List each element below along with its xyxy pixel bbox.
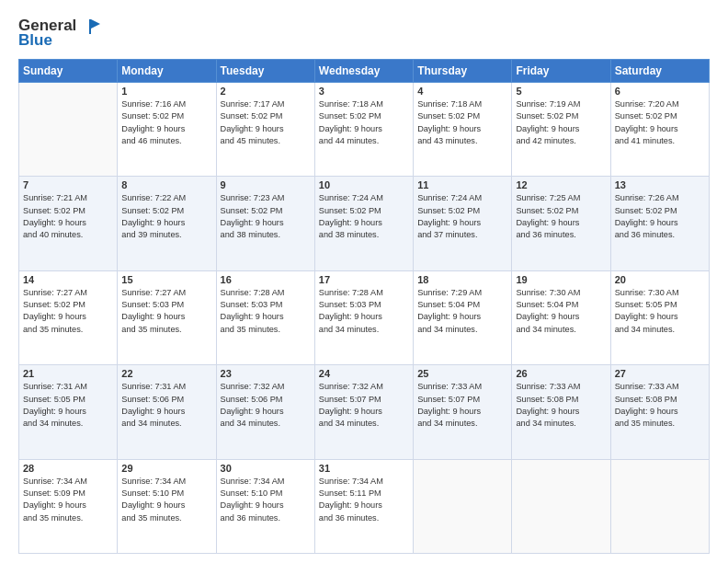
cell-content: Sunrise: 7:30 AMSunset: 5:04 PMDaylight:… [516, 287, 606, 336]
weekday-header-tuesday: Tuesday [216, 60, 314, 83]
day-number: 9 [221, 179, 311, 190]
week-row-3: 14Sunrise: 7:27 AMSunset: 5:02 PMDayligh… [19, 270, 710, 364]
weekday-header-wednesday: Wednesday [314, 60, 413, 83]
calendar-cell: 24Sunrise: 7:32 AMSunset: 5:07 PMDayligh… [314, 365, 413, 459]
cell-content: Sunrise: 7:32 AMSunset: 5:07 PMDaylight:… [319, 381, 409, 430]
calendar-cell: 27Sunrise: 7:33 AMSunset: 5:08 PMDayligh… [610, 365, 709, 459]
day-number: 19 [516, 274, 606, 285]
cell-content: Sunrise: 7:28 AMSunset: 5:03 PMDaylight:… [319, 287, 409, 336]
cell-content: Sunrise: 7:22 AMSunset: 5:02 PMDaylight:… [121, 192, 211, 241]
day-number: 29 [121, 463, 211, 474]
day-number: 13 [615, 179, 705, 190]
svg-rect-0 [89, 19, 91, 34]
day-number: 3 [319, 86, 409, 97]
cell-content: Sunrise: 7:34 AMSunset: 5:11 PMDaylight:… [319, 476, 409, 524]
calendar-table: SundayMondayTuesdayWednesdayThursdayFrid… [18, 59, 710, 554]
calendar-cell: 23Sunrise: 7:32 AMSunset: 5:06 PMDayligh… [216, 365, 314, 459]
day-number: 16 [221, 274, 311, 285]
cell-content: Sunrise: 7:23 AMSunset: 5:02 PMDaylight:… [221, 192, 311, 241]
day-number: 21 [23, 368, 113, 379]
cell-content: Sunrise: 7:34 AMSunset: 5:10 PMDaylight:… [221, 476, 311, 524]
calendar-cell [610, 459, 709, 553]
calendar-cell: 21Sunrise: 7:31 AMSunset: 5:05 PMDayligh… [19, 365, 118, 459]
day-number: 30 [221, 463, 311, 474]
calendar-cell: 8Sunrise: 7:22 AMSunset: 5:02 PMDaylight… [118, 177, 216, 270]
calendar-cell: 19Sunrise: 7:30 AMSunset: 5:04 PMDayligh… [512, 270, 610, 364]
calendar-cell [19, 83, 118, 177]
cell-content: Sunrise: 7:29 AMSunset: 5:04 PMDaylight:… [417, 287, 507, 336]
day-number: 17 [319, 274, 409, 285]
day-number: 23 [221, 368, 311, 379]
calendar-cell: 20Sunrise: 7:30 AMSunset: 5:05 PMDayligh… [610, 270, 709, 364]
calendar-cell: 12Sunrise: 7:25 AMSunset: 5:02 PMDayligh… [512, 177, 610, 270]
day-number: 11 [417, 179, 507, 190]
cell-content: Sunrise: 7:34 AMSunset: 5:09 PMDaylight:… [23, 476, 113, 524]
calendar-cell: 5Sunrise: 7:19 AMSunset: 5:02 PMDaylight… [512, 83, 610, 177]
cell-content: Sunrise: 7:27 AMSunset: 5:03 PMDaylight:… [121, 287, 211, 336]
cell-content: Sunrise: 7:20 AMSunset: 5:02 PMDaylight:… [615, 98, 705, 147]
calendar-cell: 29Sunrise: 7:34 AMSunset: 5:10 PMDayligh… [118, 459, 216, 553]
cell-content: Sunrise: 7:17 AMSunset: 5:02 PMDaylight:… [221, 98, 311, 147]
weekday-header-row: SundayMondayTuesdayWednesdayThursdayFrid… [19, 60, 710, 83]
day-number: 31 [319, 463, 409, 474]
day-number: 26 [516, 368, 606, 379]
calendar-cell: 28Sunrise: 7:34 AMSunset: 5:09 PMDayligh… [19, 459, 118, 553]
cell-content: Sunrise: 7:24 AMSunset: 5:02 PMDaylight:… [417, 192, 507, 241]
day-number: 1 [121, 86, 211, 97]
day-number: 7 [23, 179, 113, 190]
calendar-cell: 6Sunrise: 7:20 AMSunset: 5:02 PMDaylight… [610, 83, 709, 177]
cell-content: Sunrise: 7:24 AMSunset: 5:02 PMDaylight:… [319, 192, 409, 241]
calendar-cell: 1Sunrise: 7:16 AMSunset: 5:02 PMDaylight… [118, 83, 216, 177]
cell-content: Sunrise: 7:27 AMSunset: 5:02 PMDaylight:… [23, 287, 113, 336]
page: General Blue SundayMondayTuesdayWednesda… [0, 0, 728, 563]
calendar-cell [512, 459, 610, 553]
logo: General Blue [18, 17, 100, 50]
day-number: 20 [615, 274, 705, 285]
weekday-header-monday: Monday [118, 60, 216, 83]
cell-content: Sunrise: 7:30 AMSunset: 5:05 PMDaylight:… [615, 287, 705, 336]
day-number: 18 [417, 274, 507, 285]
day-number: 4 [417, 86, 507, 97]
week-row-1: 1Sunrise: 7:16 AMSunset: 5:02 PMDaylight… [19, 83, 710, 177]
calendar-cell: 31Sunrise: 7:34 AMSunset: 5:11 PMDayligh… [314, 459, 413, 553]
calendar-cell: 14Sunrise: 7:27 AMSunset: 5:02 PMDayligh… [19, 270, 118, 364]
cell-content: Sunrise: 7:18 AMSunset: 5:02 PMDaylight:… [319, 98, 409, 147]
cell-content: Sunrise: 7:31 AMSunset: 5:05 PMDaylight:… [23, 381, 113, 430]
calendar-cell: 7Sunrise: 7:21 AMSunset: 5:02 PMDaylight… [19, 177, 118, 270]
day-number: 6 [615, 86, 705, 97]
cell-content: Sunrise: 7:32 AMSunset: 5:06 PMDaylight:… [221, 381, 311, 430]
cell-content: Sunrise: 7:21 AMSunset: 5:02 PMDaylight:… [23, 192, 113, 241]
day-number: 10 [319, 179, 409, 190]
cell-content: Sunrise: 7:33 AMSunset: 5:07 PMDaylight:… [417, 381, 507, 430]
day-number: 27 [615, 368, 705, 379]
week-row-2: 7Sunrise: 7:21 AMSunset: 5:02 PMDaylight… [19, 177, 710, 270]
calendar-cell: 30Sunrise: 7:34 AMSunset: 5:10 PMDayligh… [216, 459, 314, 553]
week-row-4: 21Sunrise: 7:31 AMSunset: 5:05 PMDayligh… [19, 365, 710, 459]
calendar-cell: 22Sunrise: 7:31 AMSunset: 5:06 PMDayligh… [118, 365, 216, 459]
cell-content: Sunrise: 7:25 AMSunset: 5:02 PMDaylight:… [516, 192, 606, 241]
day-number: 12 [516, 179, 606, 190]
header: General Blue [18, 17, 710, 50]
calendar-cell: 2Sunrise: 7:17 AMSunset: 5:02 PMDaylight… [216, 83, 314, 177]
cell-content: Sunrise: 7:18 AMSunset: 5:02 PMDaylight:… [417, 98, 507, 147]
day-number: 28 [23, 463, 113, 474]
cell-content: Sunrise: 7:33 AMSunset: 5:08 PMDaylight:… [516, 381, 606, 430]
day-number: 24 [319, 368, 409, 379]
day-number: 22 [121, 368, 211, 379]
logo-blue: Blue [18, 31, 52, 50]
calendar-cell: 3Sunrise: 7:18 AMSunset: 5:02 PMDaylight… [314, 83, 413, 177]
calendar-cell: 25Sunrise: 7:33 AMSunset: 5:07 PMDayligh… [414, 365, 512, 459]
calendar-cell: 17Sunrise: 7:28 AMSunset: 5:03 PMDayligh… [314, 270, 413, 364]
day-number: 25 [417, 368, 507, 379]
day-number: 2 [221, 86, 311, 97]
cell-content: Sunrise: 7:34 AMSunset: 5:10 PMDaylight:… [121, 476, 211, 524]
cell-content: Sunrise: 7:28 AMSunset: 5:03 PMDaylight:… [221, 287, 311, 336]
cell-content: Sunrise: 7:19 AMSunset: 5:02 PMDaylight:… [516, 98, 606, 147]
calendar-cell: 26Sunrise: 7:33 AMSunset: 5:08 PMDayligh… [512, 365, 610, 459]
day-number: 14 [23, 274, 113, 285]
day-number: 8 [121, 179, 211, 190]
calendar-cell: 10Sunrise: 7:24 AMSunset: 5:02 PMDayligh… [314, 177, 413, 270]
calendar-cell: 13Sunrise: 7:26 AMSunset: 5:02 PMDayligh… [610, 177, 709, 270]
day-number: 15 [121, 274, 211, 285]
calendar-cell: 11Sunrise: 7:24 AMSunset: 5:02 PMDayligh… [414, 177, 512, 270]
